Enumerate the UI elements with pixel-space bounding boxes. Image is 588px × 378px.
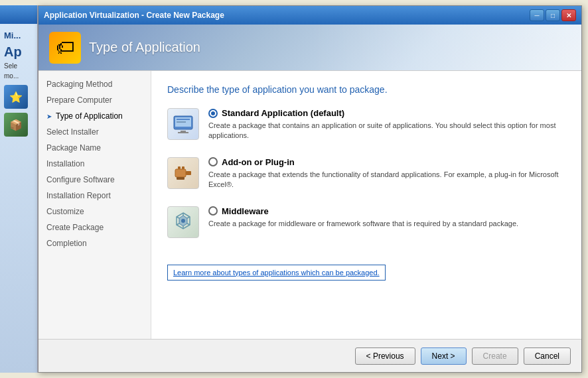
nav-label-configure-software: Configure Software	[46, 175, 115, 184]
option-desc-standard: Create a package that contains an applic…	[208, 121, 565, 141]
outer-app-subtitle: Ap	[3, 43, 35, 61]
nav-item-configure-software[interactable]: Configure Software	[38, 172, 151, 188]
nav-item-select-installer[interactable]: Select Installer	[38, 124, 151, 140]
wizard-header: 🏷 Type of Application	[38, 25, 581, 71]
option-label-plugin: Add-on or Plug-in	[222, 157, 295, 167]
option-radio-row-standard: Standard Application (default)	[208, 108, 565, 118]
nav-item-installation[interactable]: Installation	[38, 156, 151, 172]
nav-label-type-application: Type of Application	[56, 111, 123, 121]
radio-middleware[interactable]	[208, 206, 218, 216]
outer-app-icon1: ⭐	[4, 85, 28, 109]
option-middleware: Middleware Create a package for middlewa…	[167, 206, 565, 238]
nav-label-prepare-computer: Prepare Computer	[46, 95, 112, 105]
option-icon-standard	[167, 108, 199, 140]
create-button[interactable]: Create	[472, 347, 518, 365]
option-standard: Standard Application (default) Create a …	[167, 108, 565, 141]
wizard-title-buttons: ─ □ ✕	[530, 9, 576, 21]
wizard-content: Describe the type of application you wan…	[151, 71, 581, 339]
option-icon-plugin	[167, 157, 199, 189]
header-icon: 🏷	[49, 32, 81, 64]
option-desc-plugin: Create a package that extends the functi…	[208, 170, 565, 190]
wizard-footer: < Previous Next > Create Cancel	[38, 339, 581, 372]
maximize-button[interactable]: □	[546, 9, 560, 21]
outer-app-label2: mo...	[3, 71, 35, 81]
option-plugin: Add-on or Plug-in Create a package that …	[167, 157, 565, 190]
nav-item-create-package[interactable]: Create Package	[38, 220, 151, 235]
wizard-title-text: Application Virtualization - Create New …	[44, 11, 530, 20]
svg-rect-4	[181, 131, 186, 132]
close-button[interactable]: ✕	[561, 9, 576, 21]
nav-label-create-package: Create Package	[46, 223, 104, 232]
svg-rect-5	[178, 132, 188, 133]
nav-item-type-application[interactable]: ➤ Type of Application	[38, 108, 151, 124]
option-radio-row-plugin: Add-on or Plug-in	[208, 157, 565, 167]
option-content-middleware: Middleware Create a package for middlewa…	[208, 206, 565, 229]
previous-button[interactable]: < Previous	[355, 347, 415, 365]
nav-label-installation-report: Installation Report	[46, 191, 111, 200]
option-desc-middleware: Create a package for middleware or frame…	[208, 219, 565, 229]
nav-label-select-installer: Select Installer	[46, 127, 99, 137]
learn-more-link[interactable]: Learn more about types of applications w…	[173, 269, 380, 277]
nav-label-package-name: Package Name	[46, 143, 101, 153]
outer-window: Mi... Ap Sele mo... ⭐ 📦 Application Virt…	[0, 0, 588, 378]
option-label-standard: Standard Application (default)	[222, 108, 344, 118]
radio-standard[interactable]	[208, 109, 218, 118]
nav-label-installation: Installation	[46, 159, 84, 168]
option-icon-middleware	[167, 206, 199, 238]
outer-app-title: Mi...	[3, 28, 35, 43]
wizard-body: Packaging Method Prepare Computer ➤ Type…	[38, 71, 581, 339]
svg-point-19	[181, 219, 185, 223]
nav-arrow-icon: ➤	[46, 113, 52, 120]
cancel-button[interactable]: Cancel	[524, 347, 571, 365]
svg-rect-8	[178, 166, 181, 169]
nav-item-package-name[interactable]: Package Name	[38, 140, 151, 156]
wizard-title-bar: Application Virtualization - Create New …	[38, 6, 581, 25]
svg-rect-10	[177, 177, 184, 180]
nav-label-packaging-method: Packaging Method	[46, 80, 112, 89]
svg-rect-7	[186, 171, 191, 175]
svg-rect-6	[175, 169, 186, 177]
outer-app-label1: Sele	[3, 61, 35, 71]
outer-app-icon2: 📦	[4, 113, 28, 137]
header-title: Type of Application	[89, 40, 200, 55]
wizard-nav: Packaging Method Prepare Computer ➤ Type…	[38, 71, 151, 339]
nav-label-completion: Completion	[46, 239, 87, 248]
option-content-plugin: Add-on or Plug-in Create a package that …	[208, 157, 565, 190]
svg-rect-3	[177, 121, 186, 123]
radio-plugin[interactable]	[208, 157, 218, 166]
nav-item-completion[interactable]: Completion	[38, 235, 151, 251]
svg-rect-9	[182, 166, 184, 169]
next-button[interactable]: Next >	[421, 347, 467, 365]
nav-item-prepare-computer[interactable]: Prepare Computer	[38, 92, 151, 108]
svg-rect-2	[177, 119, 190, 120]
background-app: Mi... Ap Sele mo... ⭐ 📦	[0, 5, 38, 373]
learn-more-box: Learn more about types of applications w…	[167, 265, 386, 281]
outer-app-content: Mi... Ap Sele mo... ⭐ 📦	[0, 24, 37, 145]
nav-label-customize: Customize	[46, 207, 84, 216]
nav-item-installation-report[interactable]: Installation Report	[38, 188, 151, 204]
content-title: Describe the type of application you wan…	[167, 84, 565, 95]
nav-item-packaging-method[interactable]: Packaging Method	[38, 76, 151, 92]
option-content-standard: Standard Application (default) Create a …	[208, 108, 565, 141]
outer-app-titlebar	[0, 5, 37, 24]
option-label-middleware: Middleware	[222, 206, 269, 216]
minimize-button[interactable]: ─	[530, 9, 544, 21]
option-radio-row-middleware: Middleware	[208, 206, 565, 216]
wizard-window: Application Virtualization - Create New …	[38, 5, 582, 373]
nav-item-customize[interactable]: Customize	[38, 204, 151, 220]
